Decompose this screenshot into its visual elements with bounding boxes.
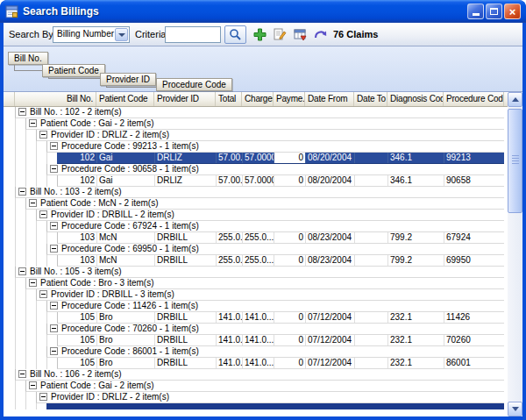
cell[interactable]: 105	[58, 312, 97, 323]
column-header-total[interactable]: Total	[216, 92, 242, 106]
group-row[interactable]: Procedure Code : 11426 - 1 item(s)	[46, 301, 504, 312]
cell[interactable]: 103	[58, 232, 97, 243]
cell[interactable]: 11426	[444, 312, 504, 323]
column-header-provider-id[interactable]: Provider ID	[154, 92, 216, 106]
cell[interactable]: 232.1	[388, 312, 444, 323]
cell[interactable]: DRBILL	[155, 255, 217, 266]
group-row[interactable]: Procedure Code : 99213 - 1 item(s)	[46, 141, 504, 153]
data-row[interactable]: 103McNDRBILL255.0...255.0...008/23/20047…	[57, 255, 504, 267]
cell[interactable]: 255.0...	[217, 232, 243, 243]
cell[interactable]: 99213	[444, 153, 504, 163]
group-row[interactable]: Provider ID : DRLIZ - 2 item(s)	[36, 130, 504, 141]
cell[interactable]: 90658	[444, 175, 504, 186]
cell[interactable]: 105	[58, 335, 97, 345]
group-row[interactable]: Provider ID : DRLIZ - 2 item(s)	[36, 392, 504, 403]
search-button[interactable]	[224, 25, 246, 44]
column-header-diagnosis-code[interactable]: Diagnosis Code	[387, 92, 444, 106]
scroll-thumb[interactable]	[508, 109, 522, 213]
cell[interactable]: 102	[58, 153, 97, 163]
collapse-minus-icon[interactable]	[29, 381, 37, 389]
cell[interactable]: Gai	[97, 175, 155, 186]
cell[interactable]: 0	[274, 232, 306, 243]
search-by-dropdown[interactable]: Billing Number	[53, 26, 130, 43]
cell[interactable]: Gai	[97, 153, 155, 163]
collapse-minus-icon[interactable]	[18, 370, 26, 378]
cell[interactable]: 141.0...	[243, 312, 274, 323]
cell[interactable]	[355, 232, 388, 243]
cell[interactable]: 0	[274, 153, 306, 163]
scroll-down-button[interactable]	[508, 402, 522, 416]
cell[interactable]: 07/12/2004	[306, 312, 355, 323]
cell[interactable]: DRBILL	[155, 358, 217, 368]
group-chip-procedure-code[interactable]: Procedure Code	[156, 78, 232, 91]
collapse-minus-icon[interactable]	[50, 302, 58, 310]
group-row[interactable]: Bill No. : 105 - 3 item(s)	[15, 267, 504, 278]
collapse-minus-icon[interactable]	[18, 108, 26, 116]
group-chip-bill-no[interactable]: Bill No.	[8, 52, 48, 65]
cell[interactable]	[355, 175, 388, 186]
cell[interactable]: McN	[97, 232, 155, 243]
cell[interactable]: 141.0...	[217, 358, 243, 368]
maximize-button[interactable]	[486, 4, 502, 19]
cell[interactable]: DRBILL	[155, 232, 217, 243]
titlebar[interactable]: Search Billings ×	[0, 0, 526, 23]
collapse-minus-icon[interactable]	[29, 199, 37, 207]
collapse-minus-icon[interactable]	[39, 290, 47, 298]
group-row[interactable]: Procedure Code : 90658 - 1 item(s)	[46, 164, 504, 175]
cell[interactable]: 0	[274, 255, 306, 266]
group-row[interactable]: Procedure Code : 67924 - 1 item(s)	[46, 221, 504, 232]
collapse-minus-icon[interactable]	[39, 131, 47, 139]
group-row[interactable]: Patient Code : Gai - 2 item(s)	[25, 381, 504, 392]
cell[interactable]: 141.0...	[243, 358, 274, 368]
group-row[interactable]: Patient Code : McN - 2 item(s)	[25, 198, 504, 210]
cell[interactable]: 70260	[444, 335, 504, 345]
cell[interactable]: DRLIZ	[155, 153, 217, 163]
cell[interactable]: 08/23/2004	[306, 255, 355, 266]
cell[interactable]: 105	[58, 358, 97, 368]
cell[interactable]: 346.1	[388, 153, 444, 163]
data-row[interactable]: 102GaiDRLIZ57.00...57.0000008/20/2004346…	[57, 175, 504, 187]
collapse-minus-icon[interactable]	[50, 245, 58, 253]
collapse-minus-icon[interactable]	[50, 324, 58, 332]
partial-row[interactable]	[46, 403, 504, 409]
collapse-minus-icon[interactable]	[29, 279, 37, 287]
cell[interactable]	[355, 335, 388, 345]
cell[interactable]	[355, 312, 388, 323]
cell[interactable]: 232.1	[388, 358, 444, 368]
minimize-button[interactable]	[467, 4, 484, 19]
collapse-minus-icon[interactable]	[39, 210, 47, 218]
cell[interactable]: 232.1	[388, 335, 444, 345]
group-row[interactable]: Bill No. : 102 - 2 item(s)	[15, 107, 504, 118]
collapse-minus-icon[interactable]	[18, 267, 26, 275]
cell[interactable]: Bro	[97, 358, 155, 368]
cell[interactable]: 08/20/2004	[306, 153, 355, 163]
cell[interactable]: 102	[58, 175, 97, 186]
group-row[interactable]: Provider ID : DRBILL - 2 item(s)	[36, 210, 504, 221]
vertical-scrollbar[interactable]	[508, 92, 522, 416]
group-row[interactable]: Patient Code : Bro - 3 item(s)	[25, 278, 504, 289]
cell[interactable]: DRLIZ	[155, 175, 217, 186]
cell[interactable]: 103	[58, 255, 97, 266]
cell[interactable]: 255.0...	[217, 255, 243, 266]
group-chip-provider-id[interactable]: Provider ID	[100, 73, 156, 86]
cell[interactable]: 346.1	[388, 175, 444, 186]
billing-grid-button[interactable]	[292, 26, 309, 43]
close-button[interactable]: ×	[504, 4, 521, 19]
group-row[interactable]: Patient Code : Gai - 2 item(s)	[25, 118, 504, 130]
cell[interactable]: 57.0000	[243, 175, 274, 186]
column-header-date-to[interactable]: Date To	[354, 92, 387, 106]
column-header-patient-code[interactable]: Patient Code	[96, 92, 154, 106]
group-row[interactable]: Bill No. : 106 - 2 item(s)	[15, 369, 504, 381]
cell[interactable]: McN	[97, 255, 155, 266]
cell[interactable]: 07/12/2004	[306, 358, 355, 368]
cell[interactable]: 67924	[444, 232, 504, 243]
cell[interactable]: Bro	[97, 312, 155, 323]
cell[interactable]: 57.0000	[243, 153, 274, 163]
refresh-button[interactable]	[312, 26, 329, 43]
cell[interactable]: 69950	[444, 255, 504, 266]
group-row[interactable]: Procedure Code : 86001 - 1 item(s)	[46, 346, 504, 358]
cell[interactable]: 799.2	[388, 232, 444, 243]
data-row[interactable]: 105BroDRBILL141.0...141.0...007/12/20042…	[57, 335, 504, 346]
cell[interactable]: 57.00...	[217, 175, 243, 186]
collapse-minus-icon[interactable]	[50, 165, 58, 173]
